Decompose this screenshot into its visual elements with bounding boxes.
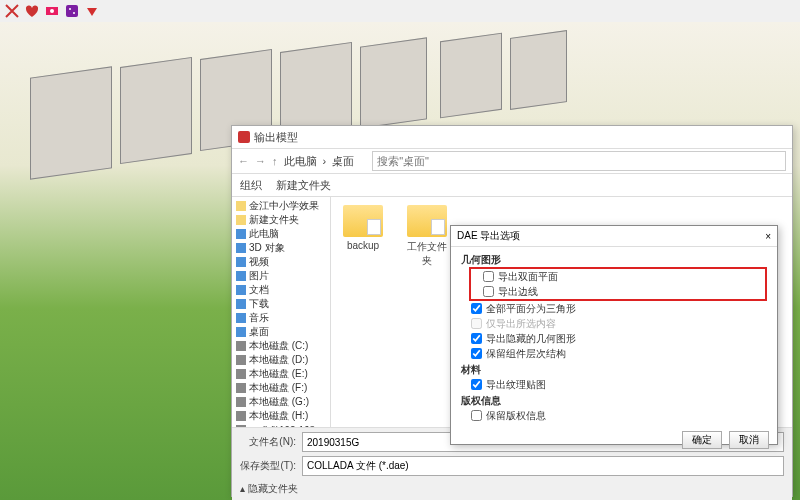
tree-item: mail (\\192.168: [236, 423, 326, 427]
fwd-icon[interactable]: →: [255, 155, 266, 167]
tree-item: 此电脑: [236, 227, 326, 241]
edges-checkbox[interactable]: [483, 286, 494, 297]
svg-point-3: [69, 8, 71, 10]
search-input[interactable]: [372, 151, 786, 171]
tree-item: 文档: [236, 283, 326, 297]
type-select[interactable]: [302, 456, 784, 476]
tree-item: 本地磁盘 (G:): [236, 395, 326, 409]
hier-checkbox[interactable]: [471, 333, 482, 344]
back-icon[interactable]: ←: [238, 155, 249, 167]
mat-group-label: 材料: [461, 363, 767, 377]
tree-item: 金江中小学效果: [236, 199, 326, 213]
tree-item: 本地磁盘 (D:): [236, 353, 326, 367]
filename-label: 文件名(N):: [240, 435, 296, 449]
cred-checkbox[interactable]: [471, 410, 482, 421]
tex-checkbox[interactable]: [471, 379, 482, 390]
svg-point-1: [50, 9, 54, 13]
dae-options-dialog: DAE 导出选项 × 几何图形 导出双面平面 导出边线 全部平面分为三角形 仅导…: [450, 225, 778, 445]
new-folder-button[interactable]: 新建文件夹: [276, 178, 331, 193]
svg-rect-2: [66, 5, 78, 17]
tree-item: 本地磁盘 (E:): [236, 367, 326, 381]
tool-heart-icon[interactable]: [24, 3, 40, 19]
tree-item: 音乐: [236, 311, 326, 325]
up-icon[interactable]: ↑: [272, 155, 278, 167]
options-title: DAE 导出选项: [457, 229, 520, 243]
tool-camera-icon[interactable]: [44, 3, 60, 19]
cred-group-label: 版权信息: [461, 394, 767, 408]
nav-tree[interactable]: 金江中小学效果 新建文件夹 此电脑 3D 对象 视频 图片 文档 下载 音乐 桌…: [232, 197, 331, 427]
tool-x-icon[interactable]: [4, 3, 20, 19]
tri-checkbox[interactable]: [471, 303, 482, 314]
hidden-checkbox: [471, 318, 482, 329]
tree-item: 本地磁盘 (H:): [236, 409, 326, 423]
file-item[interactable]: backup: [339, 205, 387, 251]
folder-icon: [407, 205, 447, 237]
tool-gem-icon[interactable]: [84, 3, 100, 19]
tree-item: 3D 对象: [236, 241, 326, 255]
tree-item: 下载: [236, 297, 326, 311]
export-title-text: 输出模型: [254, 130, 298, 145]
breadcrumb: ← → ↑ 此电脑 › 桌面: [232, 149, 792, 174]
tree-item: 本地磁盘 (C:): [236, 339, 326, 353]
crumb-0[interactable]: 此电脑: [284, 154, 317, 169]
hide-folders-toggle[interactable]: ▴ 隐藏文件夹: [240, 480, 784, 498]
tree-item: 图片: [236, 269, 326, 283]
type-label: 保存类型(T):: [240, 459, 296, 473]
geom-group-label: 几何图形: [461, 253, 767, 267]
ok-button[interactable]: 确定: [682, 431, 722, 449]
close-icon[interactable]: ×: [765, 231, 771, 242]
cancel-button[interactable]: 取消: [729, 431, 769, 449]
subtoolbar: 组织 新建文件夹: [232, 174, 792, 197]
svg-point-4: [73, 12, 75, 14]
tree-item: 桌面: [236, 325, 326, 339]
app-icon: [238, 131, 250, 143]
organize-menu[interactable]: 组织: [240, 178, 262, 193]
file-item[interactable]: 工作文件夹: [403, 205, 451, 268]
two-sided-checkbox[interactable]: [483, 271, 494, 282]
tree-item: 视频: [236, 255, 326, 269]
export-dialog-title: 输出模型: [232, 126, 792, 149]
tool-dice-icon[interactable]: [64, 3, 80, 19]
tree-item: 本地磁盘 (F:): [236, 381, 326, 395]
toolbar: [0, 0, 800, 23]
tree-item: 新建文件夹: [236, 213, 326, 227]
comp-checkbox[interactable]: [471, 348, 482, 359]
folder-icon: [343, 205, 383, 237]
crumb-1[interactable]: 桌面: [332, 154, 354, 169]
